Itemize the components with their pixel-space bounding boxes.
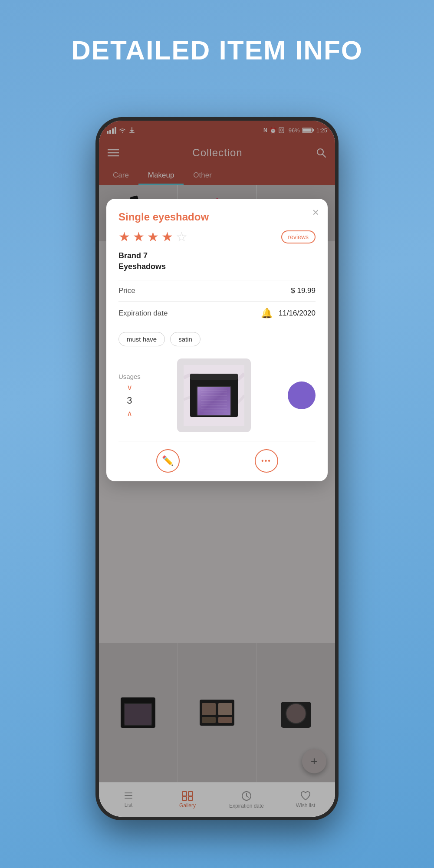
screen-content: N ⏰ 96% 1:25	[99, 121, 335, 817]
brand-name: Brand 7	[118, 251, 316, 260]
price-row: Price $ 19.99	[118, 280, 316, 301]
tag-must-have: must have	[118, 332, 165, 346]
price-label: Price	[118, 286, 135, 295]
tag-satin: satin	[170, 332, 201, 346]
modal-actions: ✏️ •••	[118, 441, 316, 473]
category-name: Eyeshadows	[118, 262, 316, 271]
star-1: ★	[118, 229, 130, 244]
expiration-date: 11/16/2020	[279, 309, 316, 318]
rating-row: ★ ★ ★ ★ ☆ reviews	[118, 229, 316, 244]
product-image	[177, 358, 251, 432]
phone-shell: N ⏰ 96% 1:25	[95, 117, 339, 820]
usages-image-row: Usages ∨ 3 ∧	[118, 350, 316, 437]
edit-button[interactable]: ✏️	[156, 449, 180, 473]
star-3: ★	[147, 229, 159, 244]
usages-control: Usages ∨ 3 ∧	[118, 373, 141, 418]
reviews-button[interactable]: reviews	[281, 230, 316, 243]
more-button[interactable]: •••	[255, 449, 278, 473]
usages-label: Usages	[118, 373, 141, 380]
usages-up-chevron[interactable]: ∧	[127, 409, 132, 418]
expiration-value-row: 🔔 11/16/2020	[261, 308, 316, 319]
usages-down-chevron[interactable]: ∨	[127, 383, 132, 392]
star-5: ☆	[176, 229, 187, 244]
bell-icon[interactable]: 🔔	[261, 308, 273, 319]
more-icon: •••	[261, 457, 271, 465]
close-button[interactable]: ×	[312, 207, 319, 218]
price-value: $ 19.99	[291, 286, 316, 295]
expiration-label: Expiration date	[118, 309, 168, 318]
expiration-row: Expiration date 🔔 11/16/2020	[118, 301, 316, 325]
star-4: ★	[161, 229, 173, 244]
phone-screen: N ⏰ 96% 1:25	[99, 121, 335, 817]
color-swatch	[288, 381, 316, 409]
page-title: DETAILED ITEM INFO	[0, 35, 434, 66]
star-2: ★	[133, 229, 145, 244]
eyeshadow-svg	[184, 365, 244, 426]
tags-row: must have satin	[118, 325, 316, 350]
modal-overlay: × Single eyeshadow ★ ★ ★ ★ ☆ reviews Bra…	[99, 121, 335, 817]
item-detail-modal: × Single eyeshadow ★ ★ ★ ★ ☆ reviews Bra…	[106, 199, 328, 481]
svg-rect-17	[190, 374, 238, 380]
modal-title: Single eyeshadow	[118, 211, 316, 223]
edit-icon: ✏️	[162, 455, 174, 467]
usages-value: 3	[127, 395, 132, 406]
